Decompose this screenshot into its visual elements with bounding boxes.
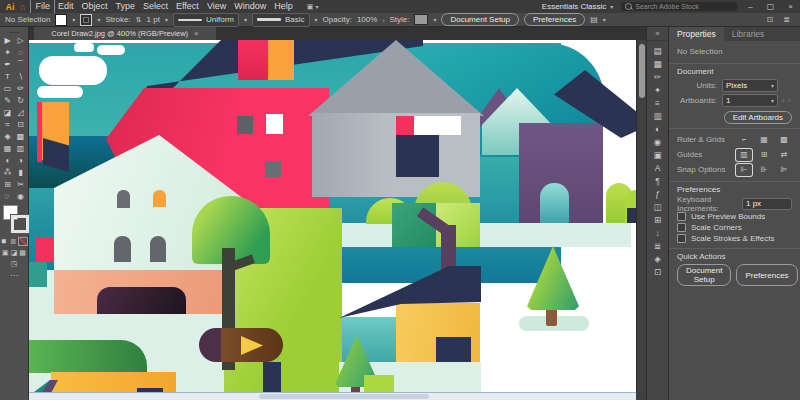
menu-edit[interactable]: Edit bbox=[54, 0, 78, 13]
workspace-select[interactable]: Essentials Classic ▾ bbox=[542, 2, 613, 11]
menu-file[interactable]: File bbox=[31, 0, 54, 13]
scale-strokes-checkbox[interactable] bbox=[677, 234, 686, 243]
snap-point-icon[interactable]: ⊫ bbox=[776, 164, 792, 176]
close-button[interactable]: × bbox=[785, 2, 796, 11]
paragraph-panel-icon[interactable]: ¶ bbox=[650, 174, 665, 187]
quick-preferences-button[interactable]: Preferences bbox=[736, 264, 797, 286]
width-profile-select[interactable]: Uniform bbox=[173, 13, 239, 27]
perspective-grid-tool[interactable]: ▩ bbox=[14, 130, 27, 142]
lasso-tool[interactable]: ◌ bbox=[14, 46, 27, 58]
swatches-panel-icon[interactable]: ▦ bbox=[650, 57, 665, 70]
slice-tool[interactable]: ✂ bbox=[14, 178, 27, 190]
panel-extra-icon[interactable]: ▤ bbox=[590, 15, 598, 24]
show-guides-icon[interactable]: ▥ bbox=[736, 149, 752, 161]
rotate-tool[interactable]: ↻ bbox=[14, 94, 27, 106]
collapse-panels-icon[interactable]: ⊡ bbox=[767, 15, 774, 24]
scale-corners-checkbox[interactable] bbox=[677, 223, 686, 232]
mesh-tool[interactable]: ▦ bbox=[1, 142, 14, 154]
chevron-down-icon[interactable]: ▾ bbox=[433, 16, 436, 23]
line-tool[interactable]: ∖ bbox=[14, 70, 27, 82]
brushes-panel-icon[interactable]: ✏ bbox=[650, 70, 665, 83]
preferences-button[interactable]: Preferences bbox=[524, 13, 585, 26]
selection-tool[interactable]: ▶ bbox=[1, 34, 14, 46]
search-input[interactable]: Search Adobe Stock bbox=[621, 2, 737, 11]
snap-pixel-icon[interactable]: ⊪ bbox=[756, 164, 772, 176]
blend-tool[interactable]: ◑ bbox=[14, 154, 27, 166]
character-panel-icon[interactable]: A bbox=[650, 161, 665, 174]
menu-help[interactable]: Help bbox=[270, 0, 297, 13]
chevron-down-icon[interactable]: ▾ bbox=[72, 16, 75, 23]
menu-select[interactable]: Select bbox=[139, 0, 172, 13]
stroke-panel-icon[interactable]: ≡ bbox=[650, 96, 665, 109]
transform-panel-icon[interactable]: ⊡ bbox=[650, 265, 665, 278]
graphic-styles-panel-icon[interactable]: ▣ bbox=[650, 148, 665, 161]
asset-export-panel-icon[interactable]: ↓ bbox=[650, 226, 665, 239]
chevron-down-icon[interactable]: ▾ bbox=[97, 16, 100, 23]
zoom-tool[interactable]: ◉ bbox=[14, 190, 27, 202]
gradient-button[interactable]: ▥ bbox=[9, 237, 17, 244]
eyedropper-tool[interactable]: ◖ bbox=[1, 154, 14, 166]
vertical-scrollbar[interactable] bbox=[636, 40, 646, 392]
keyboard-increments-input[interactable]: 1 px bbox=[742, 198, 792, 210]
draw-inside-icon[interactable]: ▩ bbox=[19, 249, 26, 257]
dock-collapse-icon[interactable]: « bbox=[647, 27, 668, 41]
appearance-panel-icon[interactable]: ◉ bbox=[650, 135, 665, 148]
canvas-artwork[interactable] bbox=[29, 40, 636, 392]
opacity-value[interactable]: 100% bbox=[357, 15, 377, 24]
lock-guides-icon[interactable]: ⊞ bbox=[756, 149, 772, 161]
use-preview-bounds-checkbox[interactable] bbox=[677, 212, 686, 221]
snap-grid-icon[interactable]: ⊩ bbox=[736, 164, 752, 176]
workspace-switcher-icon[interactable]: ▣ ▾ bbox=[307, 3, 319, 11]
document-setup-button[interactable]: Document Setup bbox=[441, 13, 519, 26]
shape-builder-tool[interactable]: ◈ bbox=[1, 130, 14, 142]
menu-effect[interactable]: Effect bbox=[172, 0, 203, 13]
control-menu-icon[interactable]: ≣ bbox=[783, 15, 790, 24]
stroke-swatch[interactable] bbox=[11, 215, 29, 233]
pen-tool[interactable]: ✒ bbox=[1, 58, 14, 70]
chevron-down-icon[interactable]: ▾ bbox=[603, 16, 606, 23]
vertical-scroll-thumb[interactable] bbox=[639, 44, 645, 98]
fill-color-swatch[interactable] bbox=[55, 14, 67, 26]
eraser-tool[interactable]: ◪ bbox=[1, 106, 14, 118]
none-button[interactable] bbox=[18, 237, 28, 246]
rectangle-tool[interactable]: ▭ bbox=[1, 82, 14, 94]
symbol-sprayer-tool[interactable]: ⁂ bbox=[1, 166, 14, 178]
prev-artboard-icon[interactable]: ‹ bbox=[782, 97, 784, 104]
tab-libraries[interactable]: Libraries bbox=[724, 27, 773, 41]
panel-grip[interactable] bbox=[9, 27, 19, 33]
direct-selection-tool[interactable]: ▷ bbox=[14, 34, 27, 46]
color-panel-icon[interactable]: ▤ bbox=[650, 44, 665, 57]
menu-object[interactable]: Object bbox=[77, 0, 111, 13]
stroke-weight-value[interactable]: 1 pt bbox=[147, 15, 160, 24]
hand-tool[interactable]: ☞ bbox=[1, 190, 14, 202]
free-transform-tool[interactable]: ⊡ bbox=[14, 118, 27, 130]
magic-wand-tool[interactable]: ✦ bbox=[1, 46, 14, 58]
document-tab[interactable]: Corel Draw2.jpg @ 400% (RGB/Preview) × bbox=[34, 27, 216, 40]
paintbrush-tool[interactable]: ✏ bbox=[14, 82, 27, 94]
menu-window[interactable]: Window bbox=[230, 0, 270, 13]
horizontal-scrollbar[interactable] bbox=[29, 392, 636, 400]
color-button[interactable]: ◼ bbox=[0, 237, 8, 244]
pencil-tool[interactable]: ✎ bbox=[1, 94, 14, 106]
stroke-color-swatch[interactable] bbox=[80, 14, 92, 26]
minimize-button[interactable]: – bbox=[745, 2, 755, 11]
type-tool[interactable]: T bbox=[1, 70, 14, 82]
smart-guides-icon[interactable]: ⇄ bbox=[776, 149, 792, 161]
width-tool[interactable]: ≈ bbox=[1, 118, 14, 130]
home-icon[interactable]: ⌂ bbox=[20, 2, 25, 12]
edit-artboards-button[interactable]: Edit Artboards bbox=[724, 111, 792, 124]
transparency-panel-icon[interactable]: ◐ bbox=[650, 122, 665, 135]
units-select[interactable]: Pixels ▾ bbox=[722, 79, 778, 92]
chevron-down-icon[interactable]: ▾ bbox=[244, 16, 247, 23]
pathfinder-panel-icon[interactable]: ◈ bbox=[650, 252, 665, 265]
stroke-stepper[interactable]: ⇅ bbox=[136, 16, 142, 24]
restore-button[interactable]: ▢ bbox=[764, 2, 778, 11]
artboards-select[interactable]: 1 ▾ bbox=[722, 94, 778, 107]
brush-definition-select[interactable]: Basic bbox=[252, 13, 310, 27]
next-artboard-icon[interactable]: › bbox=[788, 97, 790, 104]
gradient-panel-icon[interactable]: ▥ bbox=[650, 109, 665, 122]
opacity-more-icon[interactable]: › bbox=[382, 17, 384, 23]
align-panel-icon[interactable]: ≣ bbox=[650, 239, 665, 252]
style-swatch[interactable] bbox=[414, 14, 428, 25]
artboard-tool[interactable]: ⊞ bbox=[1, 178, 14, 190]
